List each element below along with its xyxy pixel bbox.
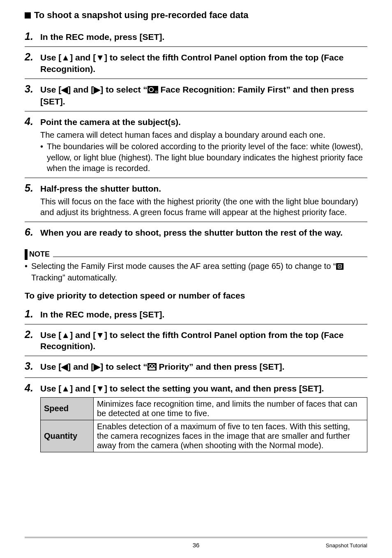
svg-rect-3 [156,91,157,92]
step-body: This will focus on the face with the hig… [40,196,367,218]
step-number: 1. [25,308,40,320]
note-label: NOTE [29,250,50,259]
step-title: Half-press the shutter button. [40,183,161,194]
step-title: When you are ready to shoot, press the s… [40,227,343,238]
tracking-icon [336,262,344,272]
step-title: In the REC mode, press [SET]. [40,31,164,42]
step-number: 4. [25,116,40,127]
step-b1: 1. In the REC mode, press [SET]. [25,304,367,324]
step4-body-line: The camera will detect human faces and d… [40,130,367,140]
stepb3-post: Priority” and then press [SET]. [157,362,285,371]
note-bar-icon [25,249,28,260]
step-body: The camera will detect human faces and d… [40,130,367,174]
option-label: Speed [41,397,94,420]
note-divider [53,252,367,257]
step4-body-bullet: The boundaries will be colored according… [47,141,367,174]
step-number: 2. [25,329,40,340]
step-number: 4. [25,382,40,394]
step-title: In the REC mode, press [SET]. [40,309,164,320]
section-heading: To shoot a snapshot using pre-recorded f… [25,10,367,21]
step-a6: 6. When you are ready to shoot, press th… [25,222,367,242]
page-number: 36 [25,542,367,549]
step-a5: 5. Half-press the shutter button. This w… [25,178,367,222]
svg-point-6 [339,266,340,267]
step-a2: 2. Use [▲] and [▼] to select the fifth C… [25,47,367,79]
page-footer: 36 Snapshot Tutorial [25,537,367,551]
face-recognition-icon [148,85,158,96]
stepb3-pre: Use [◀] and [▶] to select “ [40,362,148,371]
step-number: 5. [25,182,40,194]
heading-bullet-icon [25,12,31,19]
step-number: 3. [25,83,40,95]
step-number: 1. [25,30,40,42]
option-desc: Minimizes face recognition time, and lim… [94,397,367,420]
note-body-pre: Selecting the Family First mode causes t… [31,262,336,271]
note-body-post: Tracking” automatically. [31,273,117,282]
step-title: Use [▲] and [▼] to select the setting yo… [40,383,324,394]
step-number: 2. [25,51,40,63]
step-b4: 4. Use [▲] and [▼] to select the setting… [25,378,367,456]
table-row: Speed Minimizes face recognition time, a… [41,397,367,420]
step-title: Point the camera at the subject(s). [40,116,181,127]
heading-text: To shoot a snapshot using pre-recorded f… [34,10,249,21]
step-b2: 2. Use [▲] and [▼] to select the fifth C… [25,324,367,357]
option-label: Quantity [41,420,94,452]
options-table: Speed Minimizes face recognition time, a… [40,397,367,452]
step-a4: 4. Point the camera at the subject(s). T… [25,111,367,178]
step-a3: 3. Use [◀] and [▶] to select “ Face Reco… [25,79,367,112]
step-title: Use [▲] and [▼] to select the fifth Cont… [40,52,367,74]
step-title: Use [◀] and [▶] to select “ Face Recogni… [40,84,367,107]
step-title: Use [◀] and [▶] to select “ Priority” an… [40,361,284,373]
table-row: Quantity Enables detection of a maximum … [41,420,367,452]
step-a1: 1. In the REC mode, press [SET]. [25,26,367,47]
note-body: • Selecting the Family First mode causes… [25,261,367,283]
step-number: 3. [25,360,40,372]
page-root: To shoot a snapshot using pre-recorded f… [0,0,392,558]
sub-heading: To give priority to detection speed or n… [25,291,367,301]
note-heading: NOTE [25,249,367,260]
svg-rect-10 [149,368,155,370]
step3-pre: Use [◀] and [▶] to select “ [40,85,148,94]
step-title: Use [▲] and [▼] to select the fifth Cont… [40,329,367,352]
step-number: 6. [25,226,40,238]
priority-icon [148,362,157,373]
option-desc: Enables detection of a maximum of five t… [94,420,367,452]
footer-section: Snapshot Tutorial [326,542,367,549]
bullet-dot: • [40,141,47,174]
step-b3: 3. Use [◀] and [▶] to select “ Priority”… [25,356,367,377]
bullet-dot: • [25,261,31,283]
